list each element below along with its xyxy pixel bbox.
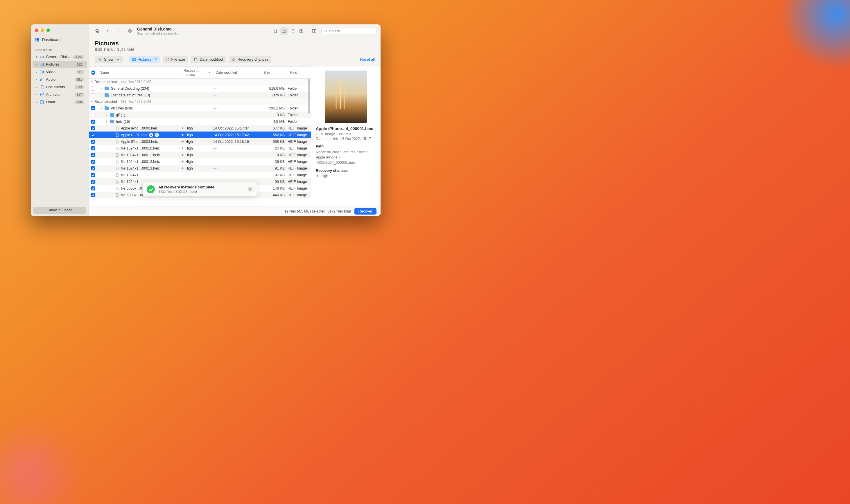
row-checkbox[interactable] bbox=[91, 93, 95, 97]
sidebar-item-dashboard[interactable]: Dashboard bbox=[31, 35, 89, 43]
table-row[interactable]: file 1024x1…00013.heic★High—91 KBHEIF Im… bbox=[89, 165, 311, 172]
column-size[interactable]: Size bbox=[261, 69, 288, 76]
column-recovery-chances[interactable]: Recove…hances bbox=[181, 67, 213, 78]
star-icon: ★ bbox=[181, 166, 184, 170]
disclosure-triangle-icon[interactable]: ▾ bbox=[105, 120, 108, 123]
disclosure-triangle-icon[interactable]: ▾ bbox=[100, 107, 103, 110]
kind-value: Folder bbox=[288, 113, 311, 117]
search-input[interactable] bbox=[329, 29, 374, 33]
minimize-window-button[interactable] bbox=[41, 29, 44, 32]
row-checkbox[interactable] bbox=[91, 153, 95, 157]
disclosure-triangle-icon[interactable]: ▸ bbox=[35, 93, 38, 96]
disclosure-triangle-icon[interactable]: ▸ bbox=[35, 70, 38, 73]
home-button[interactable] bbox=[93, 27, 101, 35]
preview-badge-icon[interactable]: ◉ bbox=[149, 133, 153, 137]
row-checkbox[interactable] bbox=[91, 140, 95, 144]
view-grid-button[interactable] bbox=[298, 27, 305, 35]
size-value: 36 KB bbox=[261, 160, 288, 164]
column-name[interactable]: Name bbox=[97, 69, 181, 76]
sidebar-item-label: Audio bbox=[46, 77, 73, 82]
table-row[interactable]: ▸gif (1)3 KBFolder bbox=[89, 111, 311, 118]
view-folder-button[interactable] bbox=[280, 27, 288, 35]
row-checkbox[interactable] bbox=[91, 133, 95, 137]
row-checkbox[interactable] bbox=[91, 186, 95, 191]
sidebar-item-audio[interactable]: ▸Audio851 bbox=[33, 76, 87, 83]
sidebar-item-pictures[interactable]: ▸Pictures882 bbox=[33, 61, 87, 68]
date-modified-value: — bbox=[213, 146, 261, 150]
sidebar-item-other[interactable]: ▸Other998 bbox=[33, 98, 87, 106]
reset-all-button[interactable]: Reset all bbox=[360, 57, 375, 61]
back-button[interactable] bbox=[104, 27, 111, 35]
table-row[interactable]: file 1024x1…00011.heic★High—10 KBHEIF Im… bbox=[89, 151, 311, 158]
table-row[interactable]: ▾Pictures (638)—593,2 MBFolder bbox=[89, 105, 311, 111]
document-icon bbox=[39, 85, 44, 89]
sidebar-item-general-disk-dmg[interactable]: ▾General Disk.dmg3,2K bbox=[33, 53, 87, 60]
zoom-window-button[interactable] bbox=[47, 29, 50, 32]
show-dropdown[interactable]: Show bbox=[95, 56, 123, 63]
filter-chip-file-size[interactable]: File size bbox=[163, 56, 188, 63]
sidebar-item-archives[interactable]: ▸Archives117 bbox=[33, 91, 87, 98]
disclosure-triangle-icon[interactable]: ▸ bbox=[35, 85, 38, 89]
kind-value: HEIF Image bbox=[288, 160, 311, 164]
sidebar-item-label: Pictures bbox=[46, 62, 73, 67]
sidebar-item-video[interactable]: ▸Video11 bbox=[33, 68, 87, 75]
column-date-modified[interactable]: Date modified bbox=[213, 69, 261, 76]
close-window-button[interactable] bbox=[35, 29, 38, 32]
row-checkbox[interactable] bbox=[91, 173, 95, 177]
table-group-header[interactable]: ▾Deleted or lost - 444 files / 518,9 MB bbox=[89, 79, 311, 85]
sidebar-item-count: 851 bbox=[75, 77, 84, 82]
disclosure-triangle-icon[interactable]: ▸ bbox=[35, 101, 38, 104]
table-row[interactable]: Lost data structures (10)—Zero KBFolder bbox=[89, 92, 311, 98]
sidebar-item-documents[interactable]: ▸Documents313 bbox=[33, 83, 87, 91]
column-kind[interactable]: Kind bbox=[288, 69, 311, 76]
row-checkbox[interactable] bbox=[91, 180, 95, 184]
row-checkbox[interactable] bbox=[91, 146, 95, 150]
table-row[interactable]: Apple iPho…0002.heic★High14 Oct 2022, 15… bbox=[89, 138, 311, 145]
disclosure-triangle-icon[interactable]: ▸ bbox=[35, 63, 38, 66]
toggle-sidebar-button[interactable] bbox=[310, 27, 318, 35]
filter-chip-recovery-chances[interactable]: Recovery chances bbox=[229, 56, 271, 63]
table-row[interactable]: ▾heic (19)4,5 MBFolder bbox=[89, 118, 311, 125]
file-name: Apple iPho…0000.heic bbox=[121, 126, 158, 130]
table-row[interactable]: file 1024x1…00010.heic★High—24 KBHEIF Im… bbox=[89, 145, 311, 151]
chip-remove-icon[interactable]: ✕ bbox=[153, 57, 157, 61]
forward-button[interactable] bbox=[115, 27, 123, 35]
file-name: gif (1) bbox=[116, 113, 125, 117]
row-checkbox[interactable] bbox=[91, 106, 95, 110]
row-checkbox[interactable] bbox=[91, 113, 95, 117]
table-row[interactable]: Apple iPho…0000.heic★High14 Oct 2022, 15… bbox=[89, 125, 311, 131]
selection-status: 19 files (4,5 MB) selected, 3172 files t… bbox=[284, 209, 351, 213]
row-checkbox[interactable] bbox=[91, 126, 95, 130]
table-row[interactable]: file 1024x1107 KBHEIF Image bbox=[89, 172, 311, 178]
kind-value: HEIF Image bbox=[288, 173, 311, 177]
filter-chip-date-modified[interactable]: Date modified bbox=[191, 56, 226, 63]
row-checkbox[interactable] bbox=[91, 160, 95, 164]
recover-button[interactable]: Recover bbox=[354, 208, 376, 215]
heif-file-icon bbox=[115, 133, 119, 137]
view-list-button[interactable] bbox=[289, 27, 296, 35]
row-checkbox[interactable] bbox=[91, 87, 95, 91]
raw-badge-icon[interactable]: ⌗ bbox=[155, 133, 159, 137]
row-checkbox[interactable] bbox=[91, 193, 95, 197]
disclosure-triangle-icon[interactable]: ▾ bbox=[35, 55, 38, 58]
row-checkbox[interactable] bbox=[91, 120, 95, 124]
disclosure-triangle-icon[interactable]: ▸ bbox=[105, 113, 108, 116]
show-in-finder-button[interactable]: Show in Finder bbox=[33, 207, 86, 214]
view-document-button[interactable] bbox=[271, 27, 279, 35]
recovery-chance-value: High bbox=[185, 153, 193, 157]
filter-chip-pictures[interactable]: Pictures✕ bbox=[129, 56, 160, 63]
toast-close-button[interactable]: ✕ bbox=[248, 187, 253, 192]
table-group-header[interactable]: ▾Reconstructed - 638 files / 593,2 MB bbox=[89, 98, 311, 105]
scrollbar-thumb[interactable] bbox=[308, 79, 310, 113]
disclosure-triangle-icon[interactable]: ▸ bbox=[35, 78, 38, 81]
table-row[interactable]: ▸General Disk.dmg (234)—518,9 MBFolder bbox=[89, 85, 311, 92]
svg-rect-1 bbox=[37, 38, 38, 39]
table-row[interactable]: Apple i…01.heic◉⌗★High14 Oct 2022, 15:17… bbox=[89, 131, 311, 138]
svg-rect-4 bbox=[37, 39, 38, 40]
search-box[interactable] bbox=[321, 28, 376, 34]
recovery-chance-value: High bbox=[185, 140, 193, 144]
disclosure-triangle-icon[interactable]: ▸ bbox=[100, 87, 103, 90]
select-all-checkbox[interactable] bbox=[91, 71, 95, 75]
table-row[interactable]: file 1024x1…00012.heic★High—36 KBHEIF Im… bbox=[89, 158, 311, 165]
row-checkbox[interactable] bbox=[91, 166, 95, 170]
